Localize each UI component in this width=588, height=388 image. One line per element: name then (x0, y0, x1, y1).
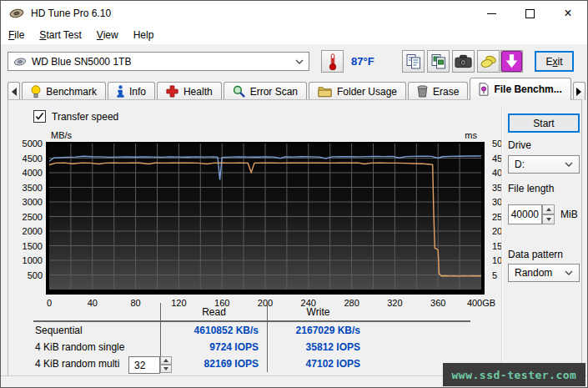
arrow-up-icon (546, 208, 551, 211)
magnifier-icon (233, 85, 245, 98)
tab-folder-usage[interactable]: Folder Usage (309, 82, 406, 100)
copy-text-icon (405, 53, 422, 70)
row-label: Sequential (33, 325, 160, 336)
read-column-header: Read (160, 303, 267, 320)
drive-select-value: WD Blue SN5000 1TB (32, 56, 131, 68)
file-length-down-button[interactable] (542, 214, 555, 224)
screenshot-button[interactable] (452, 50, 475, 73)
write-column-header: Write (267, 303, 369, 320)
window-title: HD Tune Pro 6.10 (31, 8, 111, 19)
queue-depth-up-button[interactable] (160, 356, 172, 365)
temperature-button[interactable] (321, 50, 344, 73)
copy-text-button[interactable] (402, 50, 425, 73)
file-benchmark-page: Transfer speed MB/s ms 50004500400035003… (8, 99, 582, 376)
table-row-sequential: Sequential 4610852 KB/s 2167029 KB/s (33, 322, 470, 339)
tab-erase[interactable]: Erase (408, 82, 468, 100)
queue-depth-down-button[interactable] (160, 365, 172, 373)
file-length-input[interactable] (508, 204, 542, 224)
data-pattern-value: Random (515, 267, 552, 279)
hd-tune-window: HD Tune Pro 6.10 × File Start Test View … (0, 0, 588, 388)
chevron-down-icon (295, 59, 304, 64)
trash-icon (417, 85, 428, 98)
row-label: 4 KiB random single (33, 341, 160, 353)
tab-file-benchmark[interactable]: File Benchm... (470, 78, 570, 100)
target-drive-select[interactable]: D: (508, 155, 580, 174)
arrow-right-icon (576, 88, 581, 96)
chevron-down-icon (565, 162, 573, 167)
arrow-down-icon (546, 218, 551, 221)
drive-label: Drive (508, 139, 531, 151)
panel-separator (501, 108, 503, 367)
random-multi-read-value: 82169 IOPS (160, 355, 267, 372)
results-table: Read Write Sequential 4610852 KB/s 21670… (33, 303, 470, 372)
data-pattern-select[interactable]: Random (508, 264, 580, 282)
drive-select[interactable]: WD Blue SN5000 1TB (8, 52, 309, 71)
exit-button[interactable]: Exit (535, 51, 574, 72)
menu-help[interactable]: Help (126, 27, 162, 43)
transfer-chart-frame (46, 142, 485, 295)
target-drive-value: D: (515, 159, 525, 170)
table-row-random-multi: 4 KiB random multi 82169 IOPS 47102 IOPS (33, 355, 470, 372)
info-icon (117, 85, 124, 98)
data-pattern-label: Data pattern (508, 249, 563, 260)
results-header-row: Read Write (33, 303, 470, 322)
random-multi-write-value: 47102 IOPS (267, 355, 369, 372)
temperature-value: 87°F (351, 55, 374, 68)
donate-hands-icon (480, 53, 497, 70)
y-axis-right-unit: ms (452, 130, 477, 140)
sequential-write-value: 2167029 KB/s (267, 322, 369, 339)
y-axis-left-ticks: 500045004000350030002500200015001000500 (8, 144, 44, 290)
title-bar: HD Tune Pro 6.10 × (1, 1, 587, 26)
folder-icon (318, 86, 332, 98)
copy-image-button[interactable] (427, 50, 450, 73)
transfer-chart-plot (49, 144, 481, 290)
file-length-unit: MiB (560, 209, 578, 220)
close-button[interactable]: × (549, 1, 587, 26)
tab-scroll-left-button[interactable] (8, 82, 20, 100)
checkmark-icon (35, 112, 44, 121)
chevron-down-icon (565, 270, 573, 275)
maximize-icon (525, 9, 535, 18)
watermark: www.ssd-tester.com (443, 363, 585, 386)
arrow-down-icon (163, 367, 168, 370)
transfer-chart-plot-svg (49, 144, 481, 290)
file-benchmark-icon (479, 83, 489, 96)
tab-error-scan[interactable]: Error Scan (224, 82, 307, 100)
tab-info[interactable]: Info (108, 82, 155, 100)
drive-disk-icon (13, 57, 27, 67)
arrow-left-icon (12, 88, 17, 96)
start-button[interactable]: Start (508, 113, 580, 133)
tab-bar: Benchmark Info Health Error Scan (1, 78, 587, 100)
donate-button[interactable] (477, 50, 500, 73)
copy-image-icon (430, 53, 447, 70)
thermometer-icon (327, 53, 339, 71)
download-button[interactable] (500, 50, 523, 73)
close-icon: × (564, 7, 571, 20)
menu-start-test[interactable]: Start Test (32, 27, 88, 43)
toolbar: WD Blue SN5000 1TB 87°F (1, 44, 587, 78)
app-disk-icon (9, 8, 24, 19)
table-row-random-single: 4 KiB random single 9724 IOPS 35812 IOPS (33, 339, 470, 355)
menu-file[interactable]: File (1, 27, 32, 43)
menu-bar: File Start Test View Help (1, 26, 587, 44)
random-single-write-value: 35812 IOPS (267, 339, 369, 355)
maximize-button[interactable] (510, 1, 549, 26)
menu-view[interactable]: View (89, 27, 126, 43)
tab-benchmark[interactable]: Benchmark (22, 82, 106, 100)
minimize-icon (487, 13, 496, 14)
transfer-speed-checkbox[interactable] (33, 110, 46, 123)
y-axis-left-unit: MB/s (51, 130, 72, 140)
transfer-speed-label: Transfer speed (52, 111, 118, 123)
health-cross-icon (166, 85, 178, 98)
minimize-button[interactable] (472, 1, 510, 26)
file-length-up-button[interactable] (542, 204, 555, 214)
arrow-up-icon (163, 359, 168, 362)
camera-icon (455, 54, 472, 68)
tab-health[interactable]: Health (157, 82, 222, 100)
file-length-label: File length (508, 183, 554, 194)
benchmark-bulb-icon (31, 85, 41, 98)
download-arrow-icon (501, 51, 522, 72)
tab-scroll-right-button[interactable] (573, 82, 585, 100)
random-single-read-value: 9724 IOPS (160, 339, 267, 355)
queue-depth-input[interactable] (128, 356, 160, 374)
